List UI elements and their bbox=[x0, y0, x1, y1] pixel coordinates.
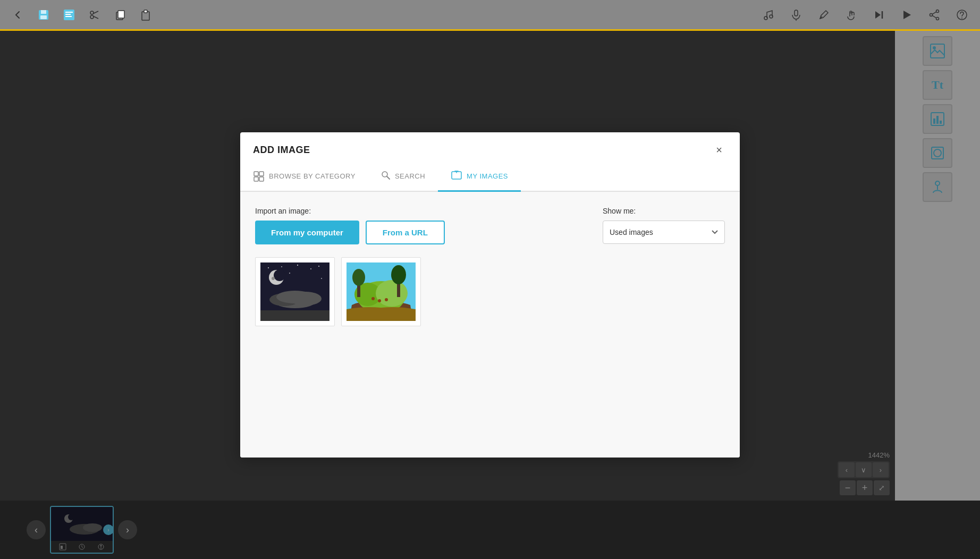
tab-myimages-label: MY IMAGES bbox=[467, 172, 508, 180]
back-button[interactable] bbox=[9, 5, 28, 24]
svg-point-71 bbox=[272, 277, 275, 280]
svg-rect-6 bbox=[65, 16, 72, 17]
modal-tabs: BROWSE BY CATEGORY SEARCH MY IMAGES bbox=[240, 162, 740, 192]
tab-search-label: SEARCH bbox=[395, 172, 425, 180]
image-grid bbox=[255, 257, 725, 326]
modal-close-button[interactable]: × bbox=[711, 142, 727, 158]
svg-point-75 bbox=[276, 291, 314, 303]
tab-browse-label: BROWSE BY CATEGORY bbox=[269, 172, 356, 180]
import-label: Import an image: bbox=[255, 207, 445, 215]
browse-tab-icon bbox=[253, 171, 265, 182]
from-url-button[interactable]: From a URL bbox=[366, 221, 445, 244]
svg-point-29 bbox=[961, 18, 962, 19]
svg-point-24 bbox=[930, 13, 933, 16]
import-buttons: From my computer From a URL bbox=[255, 221, 445, 244]
svg-point-86 bbox=[385, 298, 388, 301]
svg-point-25 bbox=[936, 17, 939, 20]
svg-point-62 bbox=[281, 266, 282, 267]
svg-point-82 bbox=[352, 269, 365, 286]
tab-myimages[interactable]: MY IMAGES bbox=[438, 162, 521, 192]
help-button[interactable] bbox=[952, 5, 971, 24]
play-button[interactable] bbox=[897, 5, 916, 24]
save-button[interactable] bbox=[34, 5, 53, 24]
svg-point-80 bbox=[376, 280, 408, 307]
svg-point-63 bbox=[297, 265, 298, 266]
image-thumb-2[interactable] bbox=[341, 257, 421, 326]
svg-rect-2 bbox=[40, 15, 47, 19]
svg-point-84 bbox=[391, 265, 406, 284]
svg-rect-56 bbox=[259, 177, 264, 181]
tab-browse[interactable]: BROWSE BY CATEGORY bbox=[240, 163, 368, 191]
edit-button[interactable] bbox=[60, 5, 79, 24]
copy-button[interactable] bbox=[111, 5, 130, 24]
svg-rect-54 bbox=[259, 172, 264, 176]
import-left: Import an image: From my computer From a… bbox=[255, 207, 445, 244]
from-computer-button[interactable]: From my computer bbox=[255, 221, 359, 244]
scissors-button[interactable] bbox=[85, 5, 104, 24]
svg-point-87 bbox=[378, 299, 381, 302]
svg-rect-76 bbox=[260, 310, 330, 321]
image-thumb-1[interactable] bbox=[255, 257, 335, 326]
svg-rect-17 bbox=[795, 10, 798, 16]
myimages-tab-icon bbox=[451, 170, 462, 183]
svg-point-68 bbox=[321, 278, 322, 279]
svg-point-7 bbox=[90, 11, 94, 14]
music-button[interactable] bbox=[759, 5, 778, 24]
hand-button[interactable] bbox=[842, 5, 861, 24]
tab-search[interactable]: SEARCH bbox=[368, 163, 438, 191]
toolbar bbox=[0, 0, 980, 31]
modal-body: Import an image: From my computer From a… bbox=[240, 192, 740, 458]
showme-section: Show me: Used images All images Recent i… bbox=[603, 207, 725, 244]
svg-point-67 bbox=[289, 273, 290, 274]
pen-button[interactable] bbox=[814, 5, 833, 24]
modal-header: ADD IMAGE × bbox=[240, 132, 740, 158]
mic-button[interactable] bbox=[787, 5, 806, 24]
search-tab-icon bbox=[381, 171, 391, 182]
modal-title: ADD IMAGE bbox=[253, 145, 310, 156]
svg-point-65 bbox=[318, 266, 319, 267]
svg-rect-55 bbox=[254, 177, 258, 181]
modal-overlay: ADD IMAGE × BROWSE BY CATEGORY SEARCH bbox=[0, 31, 980, 559]
svg-point-64 bbox=[310, 268, 311, 269]
svg-rect-14 bbox=[144, 10, 147, 13]
paste-button[interactable] bbox=[136, 5, 155, 24]
svg-rect-4 bbox=[65, 12, 73, 13]
svg-rect-1 bbox=[41, 10, 46, 14]
import-section: Import an image: From my computer From a… bbox=[255, 207, 725, 244]
main-area: Tt 1442% ‹ ∨ › − + ⤢ ‹ bbox=[0, 31, 980, 559]
svg-rect-5 bbox=[65, 14, 71, 15]
svg-line-10 bbox=[94, 16, 99, 19]
svg-marker-20 bbox=[875, 11, 881, 19]
svg-point-70 bbox=[274, 269, 285, 281]
svg-line-27 bbox=[932, 15, 936, 18]
step-play-button[interactable] bbox=[869, 5, 889, 24]
toolbar-right bbox=[759, 5, 971, 24]
svg-rect-12 bbox=[118, 11, 124, 18]
add-image-modal: ADD IMAGE × BROWSE BY CATEGORY SEARCH bbox=[240, 132, 740, 458]
showme-select[interactable]: Used images All images Recent images bbox=[603, 221, 725, 244]
svg-line-26 bbox=[932, 12, 936, 14]
share-button[interactable] bbox=[925, 5, 944, 24]
svg-rect-53 bbox=[254, 172, 258, 176]
svg-marker-22 bbox=[903, 11, 911, 19]
svg-line-58 bbox=[387, 176, 390, 179]
svg-point-23 bbox=[936, 10, 939, 12]
svg-point-85 bbox=[371, 297, 375, 300]
svg-line-9 bbox=[94, 11, 99, 14]
showme-label: Show me: bbox=[603, 207, 636, 215]
svg-point-8 bbox=[90, 15, 94, 19]
svg-point-61 bbox=[268, 267, 269, 268]
